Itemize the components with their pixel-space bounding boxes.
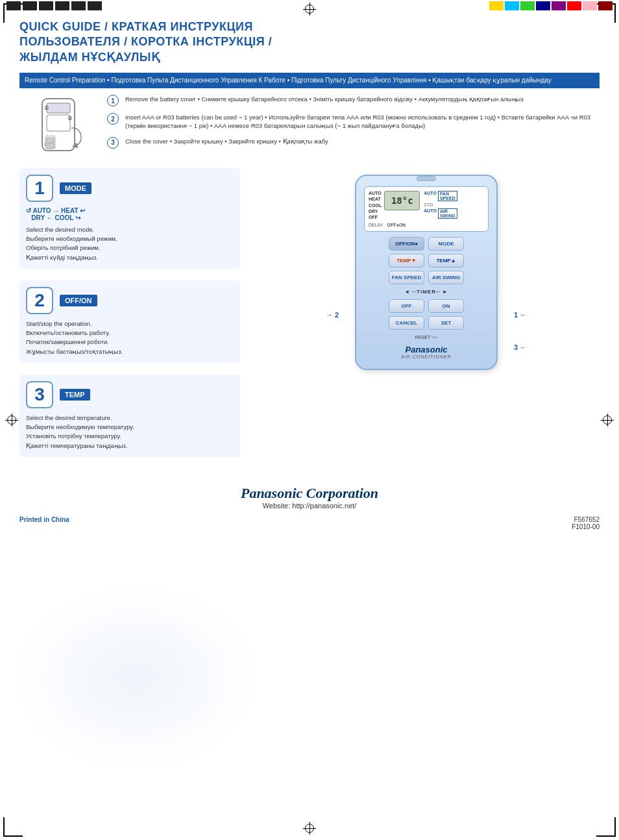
s3-uk: Установіть потрібну температуру.	[26, 432, 121, 439]
timer-arrows-right: ►	[443, 289, 448, 295]
guide-section-2: 2 OFF/ON Start/stop the operation. Включ…	[19, 280, 240, 363]
off-on-button[interactable]: OFF/ON●	[389, 237, 424, 251]
remote-row-3: FAN SPEED AIR SWING	[364, 271, 489, 284]
s2-uk: Початок/завершення роботи.	[26, 338, 109, 345]
printed-in-china: Printed in China	[19, 516, 69, 530]
step-num-3: 3	[107, 137, 119, 149]
svg-rect-8	[46, 143, 55, 149]
indicator-left-2: → 2	[326, 311, 339, 319]
mode-auto: AUTO	[369, 191, 382, 196]
footer-bottom: Printed in China F567652 F1010-00	[19, 516, 600, 530]
battery-step-text-2: Insert AAA or R03 batteries (can be used…	[125, 113, 600, 130]
display-unit: °c	[402, 195, 413, 206]
section-2-header: 2 OFF/ON	[26, 287, 234, 314]
title-line3: ЖЫЛДАМ НҰСҚАУЛЫҚ	[19, 50, 600, 65]
s2-ru: Включить/остановить работу.	[26, 329, 110, 336]
svg-text:②: ②	[67, 116, 72, 121]
indicator-2-arrow: →	[326, 311, 333, 319]
remote-control: AUTO HEAT COOL DRY OFF 18°c	[355, 175, 498, 370]
svg-rect-7	[46, 138, 55, 143]
s1-en: Select the desired mode.	[26, 226, 94, 233]
display-right-side: AUTO FANSPEED STD AUTO AIRSWING	[424, 191, 457, 219]
section-1-desc: Select the desired mode. Выберите необхо…	[26, 225, 234, 262]
battery-step-text-3: Close the cover • Закройте крышку • Закр…	[125, 137, 328, 145]
right-column: → 2 1 ← 3 ←	[253, 168, 600, 469]
remote-row-4: OFF ON	[364, 299, 489, 313]
mode-button[interactable]: MODE	[428, 237, 464, 251]
mode-off: OFF	[369, 215, 382, 220]
label-auto-bottom: AUTO	[424, 208, 437, 219]
s2-kk: Жұмысты бастаңыз/тоқтатыңыз.	[26, 348, 123, 355]
section-3-label: TEMP	[60, 389, 90, 401]
s3-kk: Қажетті температураны таңдаңыз.	[26, 442, 127, 449]
section-2-label: OFF/ON	[60, 295, 97, 306]
remote-brand: Panasonic AIR CONDITIONER	[364, 345, 489, 359]
reset-label: RESET ─○	[364, 335, 489, 340]
remote-brand-sub: AIR CONDITIONER	[364, 354, 489, 359]
remote-wrapper: → 2 1 ← 3 ←	[355, 175, 498, 370]
battery-step-3: 3 Close the cover • Закройте крышку • За…	[107, 137, 600, 149]
footer-website: Website: http://panasonic.net/	[19, 502, 600, 510]
section-2-number: 2	[26, 287, 53, 314]
remote-row-1: OFF/ON● MODE	[364, 237, 489, 251]
s3-ru: Выберите необходимую температуру.	[26, 423, 134, 430]
remote-top-nub	[417, 176, 436, 181]
display-bottom-right: AUTO AIRSWING	[424, 208, 457, 219]
section-3-desc: Select the desired temperature. Выберите…	[26, 414, 234, 451]
bg-wave-decoration	[6, 580, 266, 775]
battery-steps: 1 Remove the battery cover • Снимите кры…	[107, 95, 600, 155]
rcp-banner-text: Remote Control Preparation • Подготовка …	[25, 77, 552, 84]
svg-text:①: ①	[44, 105, 49, 111]
display-bottom-row: DELAY OFF●ON	[369, 223, 484, 227]
s2-en: Start/stop the operation.	[26, 320, 91, 327]
temp-down-button[interactable]: TEMP▼	[389, 254, 424, 267]
timer-text: ─TIMER─	[412, 289, 440, 295]
timer-arrows: ◄	[404, 289, 410, 295]
title-line1: QUICK GUIDE / КРАТКАЯ ИНСТРУКЦИЯ	[19, 19, 600, 34]
display-top-right: AUTO FANSPEED	[424, 191, 457, 201]
timer-label: ◄ ─TIMER─ ►	[364, 289, 489, 295]
indicator-right-1: 1 ←	[514, 311, 527, 319]
label-offon-display: OFF●ON	[387, 223, 406, 227]
section-3-header: 3 TEMP	[26, 381, 234, 408]
cancel-button[interactable]: CANCEL	[389, 316, 424, 330]
mode-dry: DRY	[369, 209, 382, 214]
section-1-header: 1 MODE	[26, 175, 234, 202]
remote-buttons-area: OFF/ON● MODE TEMP▼ TEMP▲ FAN SPEED AIR S…	[364, 237, 489, 340]
indicator-3-num: 3	[514, 343, 518, 351]
s1-ru: Выберите необходимый режим.	[26, 235, 117, 242]
fan-speed-button[interactable]: FAN SPEED	[389, 271, 424, 284]
set-button[interactable]: SET	[428, 316, 464, 330]
battery-step-text-1: Remove the battery cover • Снимите крышк…	[125, 95, 524, 103]
indicator-3-arrow: ←	[520, 343, 527, 351]
label-std: STD	[424, 203, 457, 207]
timer-off-button[interactable]: OFF	[389, 299, 424, 313]
s3-en: Select the desired temperature.	[26, 414, 112, 421]
rcp-banner: Remote Control Preparation • Подготовка …	[19, 73, 600, 88]
guide-columns: 1 MODE ↺ AUTO → HEAT ↩ DRY ← COOL ↪ Sele…	[19, 168, 600, 469]
guide-section-1: 1 MODE ↺ AUTO → HEAT ↩ DRY ← COOL ↪ Sele…	[19, 168, 240, 269]
label-auto-top: AUTO	[424, 191, 437, 201]
remote-row-2: TEMP▼ TEMP▲	[364, 254, 489, 267]
title-section: QUICK GUIDE / КРАТКАЯ ИНСТРУКЦИЯ ПОЛЬЗОВ…	[19, 19, 600, 65]
display-mode-labels: AUTO HEAT COOL DRY OFF	[369, 191, 382, 221]
air-swing-button[interactable]: AIR SWING	[428, 271, 464, 284]
svg-rect-2	[47, 103, 70, 113]
battery-step-1: 1 Remove the battery cover • Снимите кры…	[107, 95, 600, 106]
indicator-1-num: 1	[514, 311, 518, 319]
remote-row-5: CANCEL SET	[364, 316, 489, 330]
s1-kk: Қажетті күйді таңдаңыз.	[26, 254, 98, 261]
section-2-desc: Start/stop the operation. Включить/остан…	[26, 319, 234, 356]
code2: F1010-00	[572, 523, 600, 530]
s1-uk: Оберіть потрібний режим.	[26, 244, 101, 251]
temp-up-button[interactable]: TEMP▲	[428, 254, 464, 267]
left-column: 1 MODE ↺ AUTO → HEAT ↩ DRY ← COOL ↪ Sele…	[19, 168, 240, 469]
timer-on-button[interactable]: ON	[428, 299, 464, 313]
mode-arrow-diagram: ↺ AUTO → HEAT ↩ DRY ← COOL ↪	[26, 207, 234, 221]
mode-cool: COOL	[369, 203, 382, 208]
battery-step-2: 2 Insert AAA or R03 batteries (can be us…	[107, 113, 600, 130]
footer-section: Panasonic Corporation Website: http://pa…	[19, 485, 600, 510]
footer-brand: Panasonic Corporation	[19, 485, 600, 502]
title-line2: ПОЛЬЗОВАТЕЛЯ / КОРОТКА ІНСТРУКЦІЯ /	[19, 34, 600, 49]
section-1-number: 1	[26, 175, 53, 202]
